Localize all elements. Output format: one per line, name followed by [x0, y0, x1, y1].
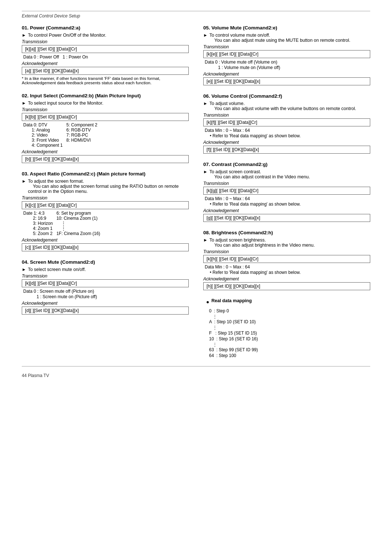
section-01: 01. Power (Command2:a) ► To control Powe…	[22, 25, 189, 85]
rdm-header: ● Real data mapping	[206, 298, 370, 305]
section-03-transmission-cmd: [k][c][ ][Set ID][ ][Data][Cr]	[22, 201, 189, 209]
section-02-transmission-cmd: [k][b][ ][Set ID][ ][Data][Cr]	[22, 113, 189, 121]
section-02: 02. Input Select (Command2:b) (Main Pict…	[22, 93, 189, 163]
section-04-ack-cmd: [d][ ][Set ID][ ][OK][Data][x]	[22, 307, 189, 315]
section-06-arrow: ► To adjust volume. You can also adjust …	[203, 101, 370, 111]
section-03-title: 03. Aspect Ratio (Command2:c) (Main pict…	[22, 171, 189, 177]
section-04: 04. Screen Mute (Command2:d) ► To select…	[22, 259, 189, 315]
left-column: 01. Power (Command2:a) ► To control Powe…	[22, 25, 189, 359]
section-05: 05. Volume Mute (Command2:e) ► To contro…	[203, 25, 370, 85]
section-07-transmission-cmd: [k][g][ ][Set ID][ ][Data][Cr]	[203, 187, 370, 195]
arrow-icon: ►	[203, 169, 208, 174]
section-05-title: 05. Volume Mute (Command2:e)	[203, 25, 370, 31]
main-content: 01. Power (Command2:a) ► To control Powe…	[22, 25, 370, 359]
arrow-icon: ►	[203, 33, 208, 38]
page-header: External Control Device Setup	[22, 13, 370, 19]
data-row: Data 0 : Power Off 1 : Power On	[23, 54, 189, 60]
section-06-data: Data Min : 0 ~ Max : 64 Refer to 'Real d…	[203, 128, 370, 138]
section-01-transmission-label: Transmission	[22, 39, 189, 44]
section-01-ack-cmd: [a][ ][Set ID][ ][OK][Data][x]	[22, 67, 189, 75]
section-03-arrow: ► To adjust the screen format. You can a…	[22, 179, 189, 194]
section-07-title: 07. Contrast (Command2:g)	[203, 162, 370, 167]
arrow-icon: ►	[22, 33, 26, 38]
page: External Control Device Setup 01. Power …	[0, 0, 392, 555]
section-02-data-right: 5: Component 2 6: RGB-DTV 7: RGB-PC 8: H…	[66, 122, 97, 148]
section-02-ack-cmd: [b][ ][Set ID][ ][OK][Data][x]	[22, 155, 189, 163]
section-03-data-left: Date 1: 4:3 2: 16:9 3: Horizon 4: Zoom 1…	[23, 211, 53, 236]
section-08-title: 08. Brightness (Command2:h)	[203, 230, 370, 235]
section-07: 07. Contrast (Command2:g) ► To adjust sc…	[203, 162, 370, 222]
arrow-icon: ►	[203, 238, 208, 243]
section-03-data: Date 1: 4:3 2: 16:9 3: Horizon 4: Zoom 1…	[22, 211, 189, 236]
section-04-ack-label: Acknowledgement	[22, 301, 189, 306]
section-05-arrow: ► To control volume mute on/off. You can…	[203, 33, 370, 43]
section-05-transmission-label: Transmission	[203, 44, 370, 49]
right-column: 05. Volume Mute (Command2:e) ► To contro…	[203, 25, 370, 359]
section-07-ack-label: Acknowledgement	[203, 208, 370, 213]
section-03: 03. Aspect Ratio (Command2:c) (Main pict…	[22, 171, 189, 251]
section-02-ack-label: Acknowledgement	[22, 149, 189, 154]
section-08-data: Data Min : 0 ~ Max : 64 Refer to 'Real d…	[203, 264, 370, 275]
section-03-ack-label: Acknowledgement	[22, 238, 189, 243]
section-08-arrow: ► To adjust screen brightness. You can a…	[203, 238, 370, 248]
section-02-data: Data 0: DTV 1: Analog 2: Video 3: Front …	[22, 122, 189, 148]
section-04-transmission-label: Transmission	[22, 274, 189, 279]
section-06-ack-label: Acknowledgement	[203, 140, 370, 145]
top-rule	[22, 11, 370, 11]
section-05-data: Data 0 : Volume mute off (Volume on) 1 :…	[203, 60, 370, 70]
rdm-title: Real data mapping	[211, 298, 252, 303]
section-06-transmission-label: Transmission	[203, 113, 370, 118]
section-08-ack-label: Acknowledgement	[203, 276, 370, 281]
section-01-arrow: ► To control Power On/Off of the Monitor…	[22, 33, 189, 38]
arrow-icon: ►	[22, 179, 26, 184]
section-03-ack-cmd: [c][ ][Set ID][ ][OK][Data][x]	[22, 243, 189, 251]
section-03-data-right: 6: Set by program 10: Cinema Zoom (1) ⋮ …	[56, 211, 100, 236]
section-06-transmission-cmd: [k][f][ ][Set ID][ ][Data][Cr]	[203, 118, 370, 126]
section-08-transmission-cmd: [k][h][ ][Set ID][ ][Data][Cr]	[203, 255, 370, 263]
section-04-arrow: ► To select screen mute on/off.	[22, 267, 189, 272]
section-08-ack-cmd: [h][ ][Set ID][ ][OK][Data][x]	[203, 282, 370, 290]
section-02-data-left: Data 0: DTV 1: Analog 2: Video 3: Front …	[23, 122, 63, 148]
section-08-transmission-label: Transmission	[203, 249, 370, 254]
rdm-row-a: A : Step 10 (SET ID 10)	[206, 319, 370, 324]
section-03-transmission-label: Transmission	[22, 195, 189, 200]
bottom-rule	[22, 366, 370, 366]
rdm-row-f: F : Step 15 (SET ID 15)	[206, 331, 370, 336]
section-06-title: 06. Volume Control (Command2:f)	[203, 93, 370, 99]
arrow-icon: ►	[203, 101, 208, 106]
section-06: 06. Volume Control (Command2:f) ► To adj…	[203, 93, 370, 154]
section-07-transmission-label: Transmission	[203, 181, 370, 186]
section-07-arrow: ► To adjust screen contrast. You can als…	[203, 169, 370, 179]
section-07-data: Data Min : 0 ~ Max : 64 Refer to 'Real d…	[203, 196, 370, 207]
page-footer: 44 Plasma TV	[22, 373, 370, 378]
section-01-transmission-cmd: [k][a][ ][Set ID][ ][Data][Cr]	[22, 45, 189, 53]
section-05-transmission-cmd: [k][e][ ][Set ID][ ][Data][Cr]	[203, 50, 370, 58]
section-07-ack-cmd: [g][ ][Set ID][ ][OK][Data][x]	[203, 214, 370, 222]
rdm-dots-1: ⋮	[206, 314, 370, 319]
section-01-ack-label: Acknowledgement	[22, 61, 189, 66]
section-04-transmission-cmd: [k][d][ ][Set ID][ ][Data][Cr]	[22, 279, 189, 287]
section-01-note: * In a like manner, if other functions t…	[22, 76, 189, 85]
section-02-arrow: ► To select input source for the Monitor…	[22, 101, 189, 106]
arrow-icon: ►	[22, 101, 26, 106]
section-08: 08. Brightness (Command2:h) ► To adjust …	[203, 230, 370, 290]
section-04-data: Data 0 : Screen mute off (Picture on) 1 …	[22, 289, 189, 299]
bullet-icon: ●	[206, 299, 209, 305]
rdm-dots-3: ⋮	[206, 342, 370, 347]
real-data-mapping: ● Real data mapping 0 : Step 0 ⋮ A : Ste…	[203, 298, 370, 358]
rdm-dots-2: ⋮	[206, 325, 370, 330]
rdm-row-64: 64 : Step 100	[206, 353, 370, 358]
section-04-title: 04. Screen Mute (Command2:d)	[22, 259, 189, 265]
rdm-row-0: 0 : Step 0	[206, 308, 370, 313]
section-02-transmission-label: Transmission	[22, 107, 189, 112]
rdm-row-63: 63 : Step 99 (SET ID 99)	[206, 347, 370, 352]
section-01-title: 01. Power (Command2:a)	[22, 25, 189, 31]
rdm-row-10: 10 : Step 16 (SET ID 16)	[206, 336, 370, 341]
arrow-icon: ►	[22, 267, 26, 272]
section-05-ack-cmd: [e][ ][Set ID][ ][OK][Data][x]	[203, 77, 370, 85]
section-05-ack-label: Acknowledgement	[203, 72, 370, 77]
section-06-ack-cmd: [f][ ][Set ID][ ][OK][Data][x]	[203, 146, 370, 154]
section-02-title: 02. Input Select (Command2:b) (Main Pict…	[22, 93, 189, 98]
section-01-data: Data 0 : Power Off 1 : Power On	[22, 54, 189, 60]
